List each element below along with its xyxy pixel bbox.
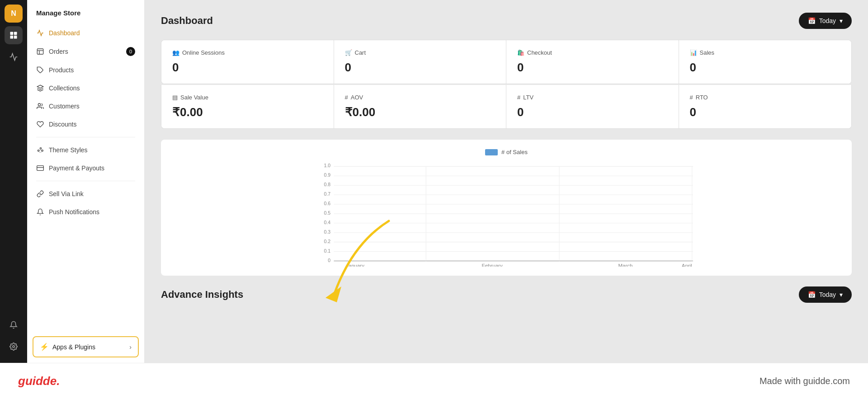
main-content: Dashboard 📅 Today ▾ 👥 Online Sessions 0	[145, 0, 868, 363]
svg-point-12	[42, 150, 43, 151]
sidebar-item-collections[interactable]: Collections	[27, 79, 144, 97]
stat-sale-value-label: ▤ Sale Value	[172, 94, 323, 101]
icon-bar: N	[0, 0, 27, 363]
dashboard-title: Dashboard	[161, 15, 213, 27]
dashboard-icon	[36, 29, 44, 37]
svg-rect-5	[37, 49, 43, 54]
sidebar-item-customers[interactable]: Customers	[27, 97, 144, 115]
apps-plugin-bolt-icon: ⚡	[40, 343, 49, 351]
sidebar-title: Manage Store	[27, 0, 144, 24]
sell-via-link-icon	[36, 190, 44, 198]
sales-icon: 📊	[690, 49, 697, 56]
sidebar: Manage Store Dashboard Orders 0	[27, 0, 145, 363]
stat-cart-label: 🛒 Cart	[345, 49, 495, 56]
stat-rto-label: # RTO	[690, 94, 841, 101]
svg-point-11	[40, 148, 41, 149]
svg-rect-0	[10, 32, 14, 35]
sidebar-item-products[interactable]: Products	[27, 61, 144, 79]
footer-made-with: Made with guidde.com	[760, 376, 850, 386]
svg-text:0.1: 0.1	[324, 249, 331, 253]
apps-plugin-chevron-icon: ›	[129, 343, 132, 351]
aov-icon: #	[345, 94, 348, 101]
chart-legend-label: # of Sales	[501, 149, 528, 155]
svg-text:1.0: 1.0	[324, 163, 331, 168]
stat-checkout: 🛍️ Checkout 0	[506, 40, 679, 84]
sidebar-products-label: Products	[49, 66, 74, 74]
sidebar-item-theme-styles[interactable]: Theme Styles	[27, 141, 144, 159]
dashboard-header: Dashboard 📅 Today ▾	[161, 13, 852, 29]
stat-ltv-label: # LTV	[517, 94, 668, 101]
stats-grid-1: 👥 Online Sessions 0 🛒 Cart 0 🛍️ Check	[161, 40, 852, 84]
chart-container: # of Sales 1.0 0.9 0.8 0.7 0.6 0.5 0.4 0…	[161, 140, 852, 276]
stat-sales: 📊 Sales 0	[679, 40, 852, 84]
sidebar-item-orders[interactable]: Orders 0	[27, 42, 144, 61]
settings-icon[interactable]	[5, 338, 23, 356]
svg-text:0.7: 0.7	[324, 192, 331, 197]
svg-text:0.5: 0.5	[324, 211, 331, 216]
sidebar-item-dashboard[interactable]: Dashboard	[27, 24, 144, 42]
apps-plugin-item[interactable]: ⚡ Apps & Plugins ›	[33, 336, 139, 357]
checkout-icon: 🛍️	[517, 49, 524, 56]
stat-ltv-value: 0	[517, 105, 668, 119]
advance-insights-header: Advance Insights 📅 Today ▾	[161, 286, 852, 303]
chart-svg: 1.0 0.9 0.8 0.7 0.6 0.5 0.4 0.3 0.2 0.1 …	[172, 163, 841, 267]
analytics-nav-icon[interactable]	[5, 48, 23, 66]
svg-text:0.2: 0.2	[324, 239, 331, 244]
orders-badge: 0	[126, 47, 135, 56]
discounts-icon	[36, 120, 44, 128]
today-button-label: Today	[819, 17, 836, 24]
sidebar-sell-via-link-label: Sell Via Link	[49, 190, 84, 197]
stat-online-sessions-label: 👥 Online Sessions	[172, 49, 323, 56]
sidebar-item-payment-payouts[interactable]: Payment & Payouts	[27, 159, 144, 177]
sidebar-push-notifications-label: Push Notifications	[49, 208, 99, 216]
sidebar-item-sell-via-link[interactable]: Sell Via Link	[27, 185, 144, 203]
sale-value-icon: ▤	[172, 94, 178, 101]
stat-aov-value: ₹0.00	[345, 105, 495, 119]
advance-calendar-icon: 📅	[808, 291, 816, 298]
sidebar-payment-payouts-label: Payment & Payouts	[49, 164, 104, 172]
theme-styles-icon	[36, 146, 44, 154]
stat-sales-value: 0	[690, 61, 841, 75]
stat-ltv: # LTV 0	[506, 85, 679, 128]
today-button[interactable]: 📅 Today ▾	[799, 13, 852, 29]
calendar-icon: 📅	[808, 17, 816, 24]
stat-sale-value-val: ₹0.00	[172, 105, 323, 119]
stat-rto-value: 0	[690, 105, 841, 119]
today-button-chevron: ▾	[840, 17, 843, 24]
svg-text:January: January	[346, 263, 364, 267]
orders-icon	[36, 47, 44, 56]
svg-text:February: February	[482, 263, 503, 267]
advance-today-button[interactable]: 📅 Today ▾	[799, 286, 852, 303]
svg-text:April: April	[682, 263, 692, 267]
advance-today-label: Today	[819, 291, 836, 298]
svg-rect-3	[14, 36, 17, 39]
brand-icon[interactable]: N	[5, 5, 23, 23]
nav-divider-1	[36, 137, 135, 137]
stat-sale-value: ▤ Sale Value ₹0.00	[161, 85, 334, 128]
customers-icon	[36, 102, 44, 110]
rto-icon: #	[690, 94, 693, 101]
svg-point-10	[38, 103, 40, 106]
svg-text:0.9: 0.9	[324, 173, 331, 178]
chart-area: 1.0 0.9 0.8 0.7 0.6 0.5 0.4 0.3 0.2 0.1 …	[172, 163, 841, 267]
collections-icon	[36, 84, 44, 92]
svg-text:0.6: 0.6	[324, 201, 331, 206]
svg-rect-14	[37, 166, 44, 171]
bell-icon[interactable]	[5, 316, 23, 334]
payment-payouts-icon	[36, 164, 44, 172]
stats-grid-2: ▤ Sale Value ₹0.00 # AOV ₹0.00 # LTV	[161, 85, 852, 129]
sidebar-item-discounts[interactable]: Discounts	[27, 115, 144, 133]
sidebar-item-push-notifications[interactable]: Push Notifications	[27, 203, 144, 221]
stat-aov: # AOV ₹0.00	[334, 85, 507, 128]
stat-sales-label: 📊 Sales	[690, 49, 841, 56]
store-nav-icon[interactable]	[5, 26, 23, 44]
svg-rect-2	[10, 36, 14, 39]
stat-online-sessions: 👥 Online Sessions 0	[161, 40, 334, 84]
legend-box	[485, 149, 498, 155]
stat-aov-label: # AOV	[345, 94, 495, 101]
sidebar-dashboard-label: Dashboard	[49, 29, 80, 37]
sidebar-orders-label: Orders	[49, 48, 68, 55]
svg-text:0.8: 0.8	[324, 182, 331, 187]
footer: guidde. Made with guidde.com	[0, 363, 868, 399]
sidebar-collections-label: Collections	[49, 84, 80, 92]
